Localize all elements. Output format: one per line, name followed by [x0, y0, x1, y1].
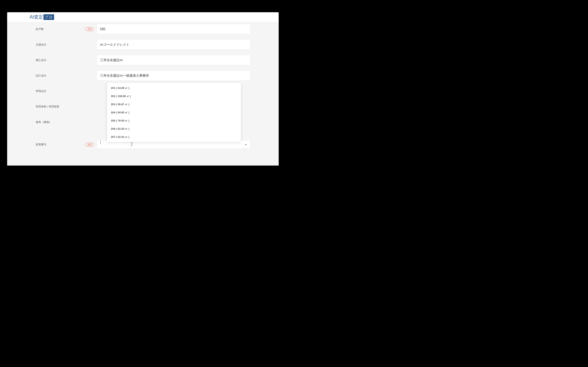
dropdown-option[interactable]: 201 ( 54.09 ㎡ ): [107, 84, 241, 92]
label-developer: 分譲会社: [36, 43, 97, 47]
dropdown-option[interactable]: 206 ( 62.29 ㎡ ): [107, 125, 241, 133]
label-designer: 設計会社: [36, 74, 97, 77]
label-remarks-building: 備考（建物）: [36, 120, 97, 124]
label-management-type: 管理体制 / 管理形態: [36, 105, 97, 108]
input-total-units[interactable]: [97, 24, 250, 34]
logo-text: AI査定: [30, 14, 43, 20]
dropdown-option[interactable]: 204 ( 94.95 ㎡ ): [107, 108, 241, 117]
label-constructor: 施工会社: [36, 58, 97, 62]
dropdown-room-options: 201 ( 54.09 ㎡ ) 202 ( 108.98 ㎡ ) 203 ( 5…: [107, 83, 241, 142]
form-container: 総戸数 必須 分譲会社 施工会社: [7, 22, 279, 159]
input-constructor[interactable]: [97, 55, 250, 65]
text-cursor-icon: [100, 141, 101, 144]
row-total-units: 総戸数 必須: [7, 24, 279, 34]
row-designer: 設計会社: [7, 71, 279, 81]
required-badge: 必須: [85, 143, 94, 146]
app-header: AI査定 プロ: [7, 12, 279, 22]
laptop-base-decoration: [0, 166, 286, 171]
row-constructor: 施工会社: [7, 55, 279, 65]
input-developer[interactable]: [97, 40, 250, 50]
label-room-number: 部屋番号: [36, 143, 83, 146]
dropdown-option[interactable]: 207 ( 62.42 ㎡ ): [107, 133, 241, 141]
dropdown-option[interactable]: 203 ( 56.87 ㎡ ): [107, 100, 241, 108]
label-total-units: 総戸数: [36, 27, 83, 31]
dropdown-option[interactable]: 205 ( 79.06 ㎡ ): [107, 117, 241, 125]
logo-badge: プロ: [43, 14, 54, 20]
label-management-company: 管理会社: [36, 89, 97, 93]
required-badge: 必須: [85, 27, 94, 31]
ibeam-cursor-icon: [131, 142, 133, 147]
dropdown-caret-icon: ▾: [245, 143, 246, 146]
input-designer[interactable]: [97, 71, 250, 81]
app-logo: AI査定 プロ: [30, 14, 54, 20]
row-developer: 分譲会社: [7, 40, 279, 50]
dropdown-option[interactable]: 202 ( 108.98 ㎡ ): [107, 92, 241, 100]
